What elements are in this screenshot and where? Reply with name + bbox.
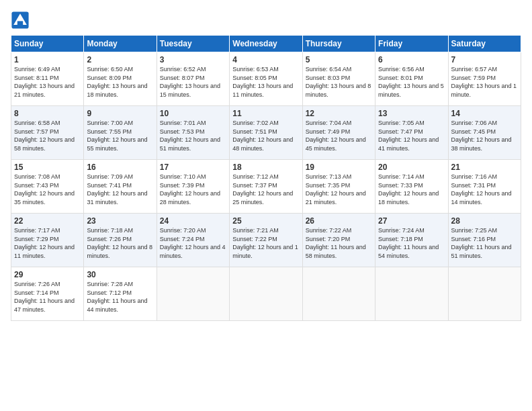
calendar-cell: 26Sunrise: 7:22 AMSunset: 7:20 PMDayligh… — [302, 214, 375, 267]
weekday-header-friday: Friday — [375, 36, 448, 52]
calendar-cell: 12Sunrise: 7:04 AMSunset: 7:49 PMDayligh… — [302, 106, 375, 160]
day-info: Sunrise: 6:58 AMSunset: 7:57 PMDaylight:… — [14, 120, 75, 152]
day-number: 25 — [232, 216, 299, 226]
day-number: 28 — [451, 216, 518, 226]
calendar-cell: 7Sunrise: 6:57 AMSunset: 7:59 PMDaylight… — [448, 52, 521, 106]
calendar-cell: 2Sunrise: 6:50 AMSunset: 8:09 PMDaylight… — [84, 52, 157, 106]
day-info: Sunrise: 7:04 AMSunset: 7:49 PMDaylight:… — [306, 120, 366, 152]
day-number: 3 — [160, 55, 226, 64]
day-number: 29 — [14, 270, 81, 279]
calendar-cell: 9Sunrise: 7:00 AMSunset: 7:55 PMDaylight… — [84, 106, 157, 160]
weekday-header-saturday: Saturday — [448, 36, 521, 52]
day-info: Sunrise: 7:01 AMSunset: 7:53 PMDaylight:… — [160, 120, 220, 152]
calendar-cell: 4Sunrise: 6:53 AMSunset: 8:05 PMDaylight… — [230, 52, 302, 106]
day-number: 22 — [14, 216, 81, 226]
calendar-cell: 14Sunrise: 7:06 AMSunset: 7:45 PMDayligh… — [448, 106, 521, 160]
logo — [11, 11, 32, 30]
header — [11, 11, 521, 30]
calendar-cell: 21Sunrise: 7:16 AMSunset: 7:31 PMDayligh… — [448, 160, 521, 214]
calendar-cell: 6Sunrise: 6:56 AMSunset: 8:01 PMDaylight… — [375, 52, 448, 106]
day-info: Sunrise: 7:22 AMSunset: 7:20 PMDaylight:… — [306, 227, 366, 259]
day-info: Sunrise: 7:17 AMSunset: 7:29 PMDaylight:… — [14, 227, 75, 259]
day-number: 23 — [87, 216, 153, 226]
calendar-cell: 17Sunrise: 7:10 AMSunset: 7:39 PMDayligh… — [157, 160, 229, 214]
calendar-cell: 13Sunrise: 7:05 AMSunset: 7:47 PMDayligh… — [375, 106, 448, 160]
day-info: Sunrise: 7:12 AMSunset: 7:37 PMDaylight:… — [232, 173, 293, 205]
day-number: 12 — [306, 109, 372, 118]
calendar-cell: 1Sunrise: 6:49 AMSunset: 8:11 PMDaylight… — [11, 52, 84, 106]
day-info: Sunrise: 7:26 AMSunset: 7:14 PMDaylight:… — [14, 281, 75, 313]
calendar-cell — [375, 267, 448, 321]
day-info: Sunrise: 7:16 AMSunset: 7:31 PMDaylight:… — [451, 173, 512, 205]
weekday-header-sunday: Sunday — [11, 36, 84, 52]
calendar-cell: 23Sunrise: 7:18 AMSunset: 7:26 PMDayligh… — [84, 214, 157, 267]
calendar-cell — [157, 267, 229, 321]
day-number: 6 — [378, 55, 445, 64]
day-info: Sunrise: 7:28 AMSunset: 7:12 PMDaylight:… — [87, 281, 147, 313]
day-number: 30 — [87, 270, 153, 279]
calendar-cell: 11Sunrise: 7:02 AMSunset: 7:51 PMDayligh… — [230, 106, 302, 160]
day-number: 27 — [378, 216, 445, 226]
day-info: Sunrise: 7:21 AMSunset: 7:22 PMDaylight:… — [232, 227, 298, 259]
day-number: 10 — [160, 109, 226, 118]
calendar-cell: 16Sunrise: 7:09 AMSunset: 7:41 PMDayligh… — [84, 160, 157, 214]
calendar-cell: 24Sunrise: 7:20 AMSunset: 7:24 PMDayligh… — [157, 214, 229, 267]
day-info: Sunrise: 7:00 AMSunset: 7:55 PMDaylight:… — [87, 120, 147, 152]
day-info: Sunrise: 7:05 AMSunset: 7:47 PMDaylight:… — [378, 120, 439, 152]
day-number: 14 — [451, 109, 518, 118]
weekday-header-wednesday: Wednesday — [230, 36, 302, 52]
calendar-cell: 30Sunrise: 7:28 AMSunset: 7:12 PMDayligh… — [84, 267, 157, 321]
day-number: 2 — [87, 55, 153, 64]
day-info: Sunrise: 7:25 AMSunset: 7:16 PMDaylight:… — [451, 227, 512, 259]
day-info: Sunrise: 7:18 AMSunset: 7:26 PMDaylight:… — [87, 227, 152, 259]
day-info: Sunrise: 7:20 AMSunset: 7:24 PMDaylight:… — [160, 227, 226, 259]
calendar-cell: 8Sunrise: 6:58 AMSunset: 7:57 PMDaylight… — [11, 106, 84, 160]
day-number: 5 — [306, 55, 372, 64]
day-info: Sunrise: 6:54 AMSunset: 8:03 PMDaylight:… — [306, 66, 371, 98]
calendar-cell: 5Sunrise: 6:54 AMSunset: 8:03 PMDaylight… — [302, 52, 375, 106]
calendar-cell: 18Sunrise: 7:12 AMSunset: 7:37 PMDayligh… — [230, 160, 302, 214]
day-number: 21 — [451, 163, 518, 172]
day-info: Sunrise: 6:49 AMSunset: 8:11 PMDaylight:… — [14, 66, 75, 98]
day-number: 19 — [306, 163, 372, 172]
svg-rect-2 — [17, 21, 23, 25]
day-number: 11 — [232, 109, 299, 118]
day-info: Sunrise: 6:53 AMSunset: 8:05 PMDaylight:… — [232, 66, 293, 98]
day-number: 15 — [14, 163, 81, 172]
day-number: 8 — [14, 109, 81, 118]
calendar-cell: 28Sunrise: 7:25 AMSunset: 7:16 PMDayligh… — [448, 214, 521, 267]
calendar-cell: 27Sunrise: 7:24 AMSunset: 7:18 PMDayligh… — [375, 214, 448, 267]
weekday-header-monday: Monday — [84, 36, 157, 52]
calendar-cell: 15Sunrise: 7:08 AMSunset: 7:43 PMDayligh… — [11, 160, 84, 214]
day-info: Sunrise: 7:24 AMSunset: 7:18 PMDaylight:… — [378, 227, 439, 259]
day-number: 13 — [378, 109, 445, 118]
weekday-header-tuesday: Tuesday — [157, 36, 229, 52]
page: SundayMondayTuesdayWednesdayThursdayFrid… — [0, 0, 532, 411]
day-info: Sunrise: 6:57 AMSunset: 7:59 PMDaylight:… — [451, 66, 517, 98]
weekday-header-thursday: Thursday — [302, 36, 375, 52]
day-info: Sunrise: 7:14 AMSunset: 7:33 PMDaylight:… — [378, 173, 439, 205]
day-info: Sunrise: 7:06 AMSunset: 7:45 PMDaylight:… — [451, 120, 512, 152]
day-info: Sunrise: 6:50 AMSunset: 8:09 PMDaylight:… — [87, 66, 147, 98]
calendar-cell — [230, 267, 302, 321]
day-number: 1 — [14, 55, 81, 64]
day-info: Sunrise: 7:02 AMSunset: 7:51 PMDaylight:… — [232, 120, 293, 152]
day-number: 7 — [451, 55, 518, 64]
day-info: Sunrise: 6:52 AMSunset: 8:07 PMDaylight:… — [160, 66, 220, 98]
calendar-cell — [302, 267, 375, 321]
calendar-cell: 19Sunrise: 7:13 AMSunset: 7:35 PMDayligh… — [302, 160, 375, 214]
day-info: Sunrise: 7:09 AMSunset: 7:41 PMDaylight:… — [87, 173, 147, 205]
day-info: Sunrise: 7:08 AMSunset: 7:43 PMDaylight:… — [14, 173, 75, 205]
calendar-cell: 3Sunrise: 6:52 AMSunset: 8:07 PMDaylight… — [157, 52, 229, 106]
calendar-cell: 10Sunrise: 7:01 AMSunset: 7:53 PMDayligh… — [157, 106, 229, 160]
day-info: Sunrise: 6:56 AMSunset: 8:01 PMDaylight:… — [378, 66, 444, 98]
day-number: 4 — [232, 55, 299, 64]
calendar-cell: 20Sunrise: 7:14 AMSunset: 7:33 PMDayligh… — [375, 160, 448, 214]
day-info: Sunrise: 7:10 AMSunset: 7:39 PMDaylight:… — [160, 173, 220, 205]
calendar-cell — [448, 267, 521, 321]
day-number: 26 — [306, 216, 372, 226]
calendar-cell: 29Sunrise: 7:26 AMSunset: 7:14 PMDayligh… — [11, 267, 84, 321]
day-number: 17 — [160, 163, 226, 172]
day-number: 18 — [232, 163, 299, 172]
logo-icon — [11, 11, 30, 30]
